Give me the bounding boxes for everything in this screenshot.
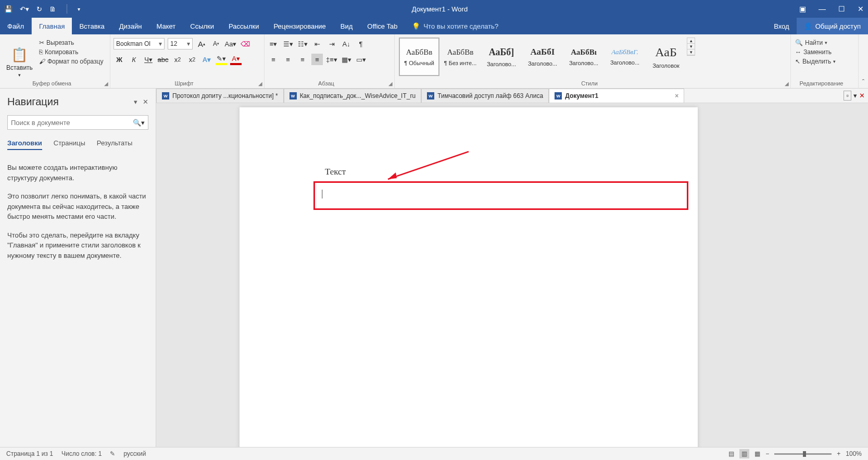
maximize-icon[interactable]: ☐ — [838, 5, 845, 13]
menu-view[interactable]: Вид — [333, 18, 360, 34]
borders-icon[interactable]: ▭▾ — [355, 54, 367, 65]
style-heading4[interactable]: АаБбВвГ.Заголово... — [605, 38, 645, 76]
menu-insert[interactable]: Вставка — [72, 18, 111, 34]
select-button[interactable]: ↖Выделить▾ — [794, 57, 855, 66]
copy-button[interactable]: ⎘Копировать — [38, 48, 105, 56]
gallery-up-icon[interactable]: ▴ — [687, 38, 695, 44]
styles-dialog-launcher[interactable]: ◢ — [785, 81, 789, 86]
zoom-value[interactable]: 100% — [846, 450, 862, 457]
align-center-icon[interactable]: ≡ — [282, 54, 294, 65]
menu-references[interactable]: Ссылки — [183, 18, 221, 34]
increase-indent-icon[interactable]: ⇥ — [326, 38, 337, 49]
superscript-button[interactable]: x2 — [186, 54, 198, 65]
line-spacing-icon[interactable]: ‡≡▾ — [326, 54, 337, 65]
text-effects-icon[interactable]: A▾ — [201, 54, 212, 65]
strike-button[interactable]: abc — [157, 54, 169, 65]
zoom-out-icon[interactable]: − — [765, 450, 769, 457]
sort-icon[interactable]: A↓ — [341, 38, 352, 49]
paragraph-dialog-launcher[interactable]: ◢ — [388, 81, 393, 86]
justify-icon[interactable]: ≡ — [311, 54, 323, 65]
style-heading1[interactable]: АаБб]Заголово... — [481, 38, 522, 76]
nav-tab-headings[interactable]: Заголовки — [7, 139, 42, 150]
find-button[interactable]: 🔍Найти▾ — [794, 39, 855, 47]
collapse-ribbon-icon[interactable]: ˆ — [862, 78, 864, 86]
redo-icon[interactable]: ↻ — [36, 5, 42, 13]
new-tab-icon[interactable]: ▫ — [844, 91, 851, 101]
status-page[interactable]: Страница 1 из 1 — [6, 450, 53, 457]
nav-tab-pages[interactable]: Страницы — [54, 139, 85, 150]
align-right-icon[interactable]: ≡ — [297, 54, 308, 65]
decrease-indent-icon[interactable]: ⇤ — [311, 38, 323, 49]
print-layout-icon[interactable]: ▥ — [739, 449, 749, 458]
nav-search-input[interactable] — [11, 119, 133, 127]
page[interactable]: Текст — [240, 107, 698, 447]
read-mode-icon[interactable]: ▤ — [728, 450, 734, 457]
style-heading3[interactable]: АаБбВıЗаголово... — [563, 38, 604, 76]
menu-mailings[interactable]: Рассылки — [221, 18, 266, 34]
tab-close-icon[interactable]: × — [675, 92, 678, 100]
doctab-3[interactable]: WТимчасовий доступ лайф 663 Алиса — [421, 89, 549, 103]
doctab-1[interactable]: WПротокол допиту ...кциональности] * — [156, 89, 284, 103]
minimize-icon[interactable]: — — [819, 5, 826, 13]
bold-button[interactable]: Ж — [114, 54, 125, 65]
nav-search[interactable]: 🔍▾ — [7, 115, 148, 130]
show-marks-icon[interactable]: ¶ — [355, 38, 367, 49]
underline-button[interactable]: Ч▾ — [143, 54, 154, 65]
align-left-icon[interactable]: ≡ — [268, 54, 279, 65]
undo-icon[interactable]: ↶▾ — [20, 5, 29, 13]
gallery-more-icon[interactable]: ▾ — [687, 49, 695, 55]
zoom-slider[interactable] — [774, 453, 832, 455]
menu-review[interactable]: Рецензирование — [266, 18, 333, 34]
font-color-icon[interactable]: A▾ — [230, 54, 242, 65]
tabs-menu-icon[interactable]: ▾ — [853, 92, 857, 100]
web-layout-icon[interactable]: ▦ — [754, 450, 760, 457]
replace-button[interactable]: ↔Заменить — [794, 48, 855, 56]
nav-menu-icon[interactable]: ▾ — [134, 98, 137, 106]
status-words[interactable]: Число слов: 1 — [61, 450, 102, 457]
clipboard-dialog-launcher[interactable]: ◢ — [104, 81, 108, 86]
zoom-in-icon[interactable]: + — [837, 450, 840, 457]
menu-layout[interactable]: Макет — [149, 18, 183, 34]
format-painter-button[interactable]: 🖌Формат по образцу — [38, 57, 105, 66]
nav-tab-results[interactable]: Результаты — [97, 139, 132, 150]
menu-officetab[interactable]: Office Tab — [360, 18, 405, 34]
grow-font-icon[interactable]: A▴ — [196, 38, 207, 49]
numbering-icon[interactable]: ☰▾ — [282, 38, 294, 49]
multilevel-icon[interactable]: ☷▾ — [297, 38, 308, 49]
ribbon-options-icon[interactable]: ▣ — [799, 5, 806, 13]
proofing-icon[interactable]: ✎ — [110, 450, 115, 457]
font-name-combo[interactable]: Bookman Ol▾ — [114, 38, 165, 49]
menu-design[interactable]: Дизайн — [112, 18, 149, 34]
tabs-close-all-icon[interactable]: ✕ — [859, 92, 865, 100]
nav-close-icon[interactable]: ✕ — [143, 98, 148, 106]
doctab-4[interactable]: WДокумент1× — [549, 89, 684, 103]
status-language[interactable]: русский — [123, 450, 146, 457]
clear-format-icon[interactable]: ⌫ — [240, 38, 251, 49]
bullets-icon[interactable]: ≡▾ — [268, 38, 279, 49]
menu-home[interactable]: Главная — [32, 18, 72, 34]
search-icon[interactable]: 🔍▾ — [133, 119, 145, 127]
cut-button[interactable]: ✂Вырезать — [38, 39, 105, 47]
save-icon[interactable]: 💾 — [4, 5, 12, 13]
shrink-font-icon[interactable]: A▾ — [210, 38, 222, 49]
style-nospacing[interactable]: АаБбВв¶ Без инте... — [440, 38, 481, 76]
doctab-2[interactable]: WКак_подписать_док..._WiseAdvice_IT_ru — [284, 89, 422, 103]
menu-file[interactable]: Файл — [0, 18, 32, 34]
share-button[interactable]: 👤 Общий доступ — [797, 18, 868, 34]
gallery-down-icon[interactable]: ▾ — [687, 44, 695, 49]
tell-me[interactable]: 💡 Что вы хотите сделать? — [405, 18, 506, 34]
subscript-button[interactable]: x2 — [172, 54, 183, 65]
highlight-icon[interactable]: ✎▾ — [216, 54, 227, 65]
shading-icon[interactable]: ▦▾ — [341, 54, 352, 65]
italic-button[interactable]: К — [128, 54, 140, 65]
style-normal[interactable]: АаБбВв¶ Обычный — [399, 38, 439, 76]
login-button[interactable]: Вход — [766, 22, 796, 30]
style-heading2[interactable]: АаБбIЗаголово... — [522, 38, 563, 76]
print-preview-icon[interactable]: 🗎 — [49, 5, 56, 13]
font-dialog-launcher[interactable]: ◢ — [258, 81, 262, 86]
style-title[interactable]: АаБЗаголовок — [646, 38, 686, 76]
document-canvas[interactable]: Текст — [156, 103, 868, 447]
change-case-icon[interactable]: Aa▾ — [225, 38, 236, 49]
close-icon[interactable]: ✕ — [858, 5, 864, 13]
font-size-combo[interactable]: 12▾ — [168, 38, 193, 49]
